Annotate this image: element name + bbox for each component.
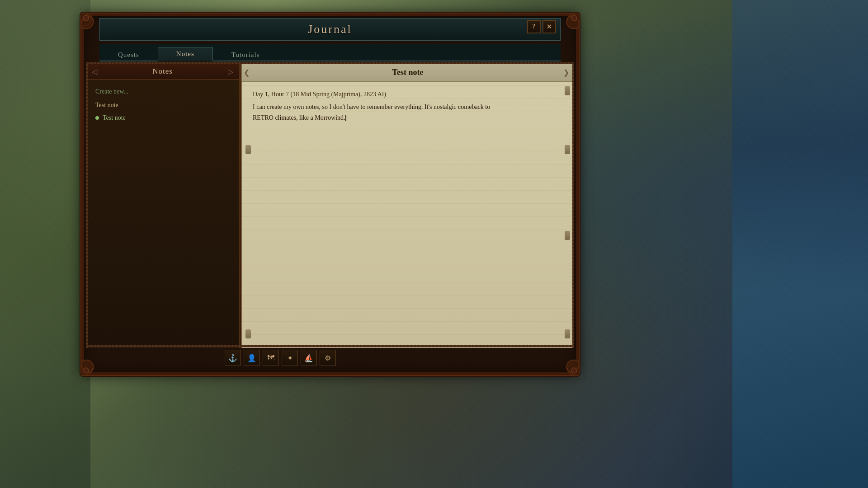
- toolbar-btn-profile[interactable]: 👤: [244, 350, 260, 366]
- svg-point-1: [571, 15, 577, 21]
- tab-tutorials[interactable]: Tutorials: [213, 48, 278, 61]
- sidebar-scroll-left[interactable]: ◁: [92, 67, 97, 76]
- scroll-handle-mid2[interactable]: [565, 231, 570, 240]
- toolbar-btn-settings[interactable]: ⚙: [320, 350, 336, 366]
- border-bottom: [86, 345, 574, 347]
- svg-point-3: [571, 368, 577, 373]
- text-cursor: [345, 115, 346, 121]
- toolbar-btn-anchor[interactable]: ⚓: [225, 350, 241, 366]
- border-top: [86, 62, 574, 64]
- corner-decoration-bl: [79, 350, 106, 377]
- corner-decoration-br: [554, 350, 581, 377]
- svg-point-2: [83, 368, 89, 373]
- active-note-indicator: [95, 116, 99, 120]
- close-button[interactable]: ✕: [542, 20, 556, 33]
- toolbar-btn-map[interactable]: 🗺: [263, 350, 279, 366]
- note-content-area[interactable]: Day 1, Hour 7 (18 Mid Spring (Majprima),…: [242, 82, 574, 347]
- notes-list: Create new... Test note Test note: [86, 80, 239, 347]
- background-dock: [0, 0, 90, 488]
- sidebar-header: ◁ Notes ▷: [86, 64, 239, 80]
- note-title-bar: Test note: [242, 64, 574, 82]
- title-bar: Journal: [99, 18, 561, 41]
- border-left: [86, 63, 88, 348]
- background-water: [732, 0, 868, 488]
- toolbar-btn-compass[interactable]: ✦: [282, 350, 298, 366]
- border-right: [572, 63, 574, 348]
- corner-decoration-tl: [79, 11, 106, 38]
- toolbar-btn-ship[interactable]: ⛵: [301, 350, 317, 366]
- tab-notes[interactable]: Notes: [158, 47, 213, 61]
- notes-sidebar: ◁ Notes ▷ Create new... Test note Test n…: [86, 63, 240, 348]
- note-label-1: Test note: [95, 102, 118, 109]
- scroll-deco-left-top: [245, 145, 251, 154]
- scroll-deco-left-bot: [245, 329, 251, 338]
- corner-decoration-tr: [554, 11, 581, 38]
- note-body-line2: RETRO climates, like a Morrowind.: [253, 114, 345, 121]
- tab-bar: Quests Notes Tutorials: [99, 44, 561, 61]
- sidebar-scroll-right[interactable]: ▷: [228, 67, 233, 76]
- scroll-handle-bottom[interactable]: [565, 329, 570, 338]
- note-label-2: Test note: [103, 114, 126, 122]
- active-note-title: Test note: [249, 68, 566, 77]
- note-body-line1: I can create my own notes, so I don't ha…: [253, 103, 490, 110]
- bottom-toolbar: ⚓ 👤 🗺 ✦ ⛵ ⚙: [225, 350, 336, 366]
- help-button[interactable]: ?: [527, 20, 541, 33]
- scroll-handle-mid1[interactable]: [565, 145, 570, 154]
- sidebar-title: Notes: [152, 67, 173, 76]
- note-editor: Test note Day 1, Hour 7 (18 Mid Spring (…: [241, 63, 574, 348]
- journal-panel: Journal ? ✕ Quests Notes Tutorials ◁ Not…: [81, 14, 579, 375]
- note-body: I can create my own notes, so I don't ha…: [253, 102, 563, 123]
- note-date: Day 1, Hour 7 (18 Mid Spring (Majprima),…: [253, 91, 563, 98]
- tab-quests[interactable]: Quests: [99, 48, 158, 61]
- scroll-handle-top[interactable]: [565, 86, 570, 95]
- svg-point-0: [83, 15, 89, 21]
- note-item-2[interactable]: Test note: [86, 112, 239, 124]
- journal-title: Journal: [308, 23, 352, 36]
- window-controls: ? ✕: [527, 20, 556, 33]
- create-note-button[interactable]: Create new...: [86, 84, 239, 99]
- note-item-1[interactable]: Test note: [86, 99, 239, 112]
- content-area: ◁ Notes ▷ Create new... Test note Test n…: [86, 63, 574, 348]
